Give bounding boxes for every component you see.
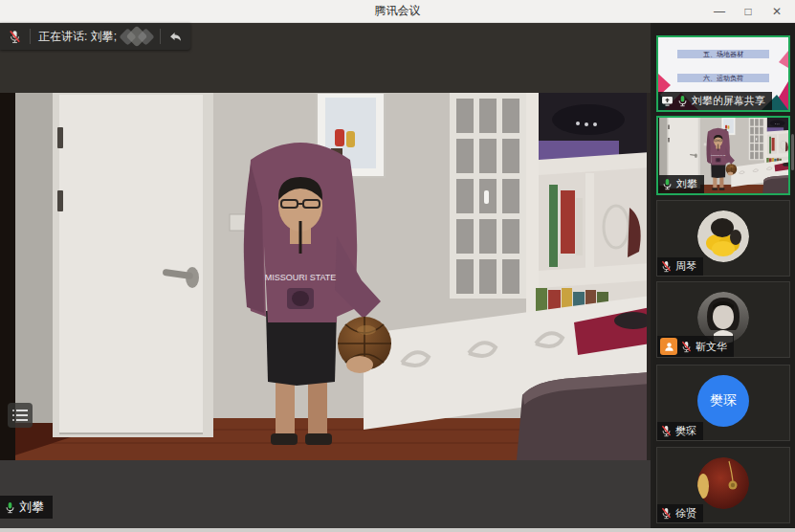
mic-on-icon xyxy=(4,501,16,514)
room-video-frame xyxy=(0,93,651,460)
speaker-name: 刘攀 xyxy=(19,499,44,516)
participants-sidebar: 五、场地器材 六、运动负荷 刘攀的屏幕共享 刘攀 xyxy=(653,23,795,532)
tile-liupan-video[interactable]: 刘攀 xyxy=(656,116,790,195)
divider xyxy=(160,29,161,44)
mic-muted-icon xyxy=(660,260,673,273)
letterbox-bottom xyxy=(0,460,651,532)
speaking-banner: 正在讲话: 刘攀; xyxy=(0,23,190,50)
minimize-button[interactable]: — xyxy=(705,0,734,23)
participant-name: 靳文华 xyxy=(696,340,727,354)
participant-name: 周琴 xyxy=(675,259,696,274)
tile-label: 刘攀 xyxy=(658,175,704,193)
tile-xuxian[interactable]: 徐贤 xyxy=(656,447,790,523)
reply-arrow-icon[interactable] xyxy=(168,30,183,44)
mic-muted-icon xyxy=(660,507,673,520)
mic-muted-icon[interactable] xyxy=(8,30,22,44)
window-bottom-border xyxy=(0,528,795,532)
sidebar-scrollbar[interactable] xyxy=(791,134,794,170)
tile-zhouqin[interactable]: 周琴 xyxy=(656,200,790,277)
divider xyxy=(30,29,31,44)
mic-on-icon xyxy=(676,95,689,107)
tile-label: 周琴 xyxy=(657,257,703,276)
mic-on-icon xyxy=(661,178,674,190)
participant-name: 徐贤 xyxy=(675,506,696,521)
participant-name: 刘攀 xyxy=(676,177,697,191)
screen-share-icon xyxy=(661,95,674,107)
faded-avatars-icon xyxy=(126,29,152,44)
main-video[interactable] xyxy=(0,93,651,460)
window-controls: — □ ✕ xyxy=(705,0,791,23)
tile-label: 樊琛 xyxy=(657,422,703,440)
participant-name: 樊琛 xyxy=(675,424,696,438)
avatar: 樊琛 xyxy=(697,375,749,427)
host-badge-icon xyxy=(660,338,677,355)
avatar xyxy=(697,457,749,509)
active-speaker-name-tag: 刘攀 xyxy=(0,496,53,519)
titlebar: 腾讯会议 — □ ✕ xyxy=(0,0,795,23)
close-button[interactable]: ✕ xyxy=(762,0,791,23)
slide-text-bar: 五、场地器材 xyxy=(677,50,768,58)
slide-text-bar: 六、运动负荷 xyxy=(677,74,768,82)
maximize-button[interactable]: □ xyxy=(734,0,762,23)
tencent-meeting-window: 腾讯会议 — □ ✕ 正在讲话: 刘攀; xyxy=(0,0,795,532)
tile-fanchen[interactable]: 樊琛 樊琛 xyxy=(656,365,790,441)
tile-label: 靳文华 xyxy=(657,336,734,357)
avatar-initials: 樊琛 xyxy=(710,392,737,410)
tile-jinwenhua[interactable]: 靳文华 xyxy=(656,281,790,358)
mic-muted-icon xyxy=(680,341,693,353)
avatar xyxy=(697,211,749,262)
tile-screen-share[interactable]: 五、场地器材 六、运动负荷 刘攀的屏幕共享 xyxy=(656,35,790,112)
window-title: 腾讯会议 xyxy=(0,3,795,19)
tile-label: 徐贤 xyxy=(657,504,703,522)
main-stage: 正在讲话: 刘攀; 刘攀 xyxy=(0,23,653,532)
speaking-text: 正在讲话: 刘攀; xyxy=(38,29,117,45)
participant-name: 刘攀的屏幕共享 xyxy=(692,94,765,108)
list-toggle-icon[interactable] xyxy=(8,403,33,428)
mic-muted-icon xyxy=(660,425,673,437)
tile-label: 刘攀的屏幕共享 xyxy=(658,92,772,110)
